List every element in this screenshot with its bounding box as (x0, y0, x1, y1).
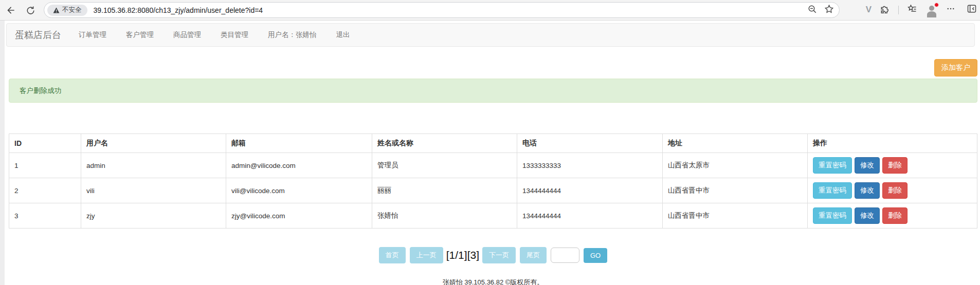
cell-email: vili@vilicode.com (226, 178, 372, 203)
window-edge (0, 21, 5, 285)
cell-username: zjy (81, 203, 226, 229)
nav-item-orders[interactable]: 订单管理 (69, 24, 116, 46)
cell-email: admin@vilicode.com (226, 153, 372, 178)
edit-button[interactable]: 修改 (855, 157, 880, 174)
security-badge-label: 不安全 (62, 6, 82, 14)
browser-toolbar: 不安全 39.105.36.82:8080/ch13_zjy/admin/use… (0, 0, 980, 21)
cell-address: 山西省太原市 (663, 153, 808, 178)
prev-page-button[interactable]: 上一页 (410, 247, 443, 263)
security-badge[interactable]: 不安全 (47, 5, 87, 16)
cell-name: 管理员 (372, 153, 517, 178)
cell-actions: 重置密码修改删除 (808, 178, 977, 203)
customer-table: ID用户名邮箱姓名或名称电话地址操作 1adminadmin@vilicode.… (9, 134, 977, 229)
cell-email: zjy@vilicode.com (226, 203, 372, 229)
cell-name: 张婧怡 (372, 203, 517, 229)
table-row: 3zjyzjy@vilicode.com张婧怡1344444444山西省晋中市重… (9, 203, 977, 229)
next-page-button[interactable]: 下一页 (482, 247, 516, 263)
warning-icon (53, 7, 60, 13)
v-extension-icon[interactable]: V (866, 5, 872, 15)
refresh-button[interactable] (24, 4, 37, 17)
zoom-out-icon[interactable] (808, 5, 817, 16)
pagination: 首页 上一页 [1/1][3] 下一页 尾页 GO (9, 247, 977, 263)
reset-password-button[interactable]: 重置密码 (813, 207, 852, 224)
copyright-footer: 张婧怡 39.105.36.82 ©版权所有。 (9, 278, 977, 285)
settings-menu-icon[interactable] (946, 4, 955, 15)
cell-phone: 1344444444 (517, 178, 663, 203)
cell-address: 山西省晋中市 (663, 178, 808, 203)
cell-username: admin (81, 153, 226, 178)
favorites-hub-icon[interactable] (907, 4, 917, 16)
add-customer-button[interactable]: 添加客户 (934, 59, 977, 77)
delete-button[interactable]: 删除 (882, 157, 908, 174)
back-button[interactable] (4, 4, 17, 17)
column-header: 操作 (808, 134, 977, 153)
success-alert: 客户删除成功 (9, 79, 977, 103)
table-header-row: ID用户名邮箱姓名或名称电话地址操作 (9, 134, 977, 153)
favorite-star-icon[interactable] (824, 4, 834, 16)
cell-id: 1 (9, 153, 81, 178)
nav-item-categories[interactable]: 类目管理 (211, 24, 258, 46)
nav-item-username[interactable]: 用户名：张婧怡 (258, 24, 326, 46)
table-row: 2vilivili@vilicode.com丽丽1344444444山西省晋中市… (9, 178, 977, 203)
reset-password-button[interactable]: 重置密码 (813, 182, 852, 199)
page-number-input[interactable] (551, 248, 579, 263)
nav-item-customers[interactable]: 客户管理 (116, 24, 164, 46)
web-page: 蛋糕店后台 订单管理客户管理商品管理类目管理用户名：张婧怡退出 添加客户 客户删… (0, 21, 980, 285)
nav-item-products[interactable]: 商品管理 (164, 24, 211, 46)
cell-actions: 重置密码修改删除 (808, 153, 977, 178)
cell-phone: 1344444444 (517, 203, 663, 229)
profile-avatar[interactable] (925, 4, 938, 16)
cell-id: 2 (9, 178, 81, 203)
edit-button[interactable]: 修改 (855, 182, 880, 199)
cell-phone: 1333333333 (517, 153, 663, 178)
cell-username: vili (81, 178, 226, 203)
delete-button[interactable]: 删除 (882, 182, 908, 199)
first-page-button[interactable]: 首页 (379, 247, 406, 263)
brand-title: 蛋糕店后台 (7, 29, 69, 41)
edit-button[interactable]: 修改 (855, 207, 880, 224)
extensions-icon[interactable] (880, 4, 890, 16)
address-bar[interactable]: 不安全 39.105.36.82:8080/ch13_zjy/admin/use… (44, 2, 840, 18)
top-navbar: 蛋糕店后台 订单管理客户管理商品管理类目管理用户名：张婧怡退出 (6, 23, 975, 47)
column-header: 用户名 (81, 134, 226, 153)
sidebar-toggle-icon[interactable] (967, 4, 977, 16)
column-header: 邮箱 (226, 134, 372, 153)
reset-password-button[interactable]: 重置密码 (813, 157, 852, 174)
go-button[interactable]: GO (584, 248, 607, 263)
column-header: 电话 (517, 134, 663, 153)
column-header: 姓名或名称 (372, 134, 517, 153)
column-header: 地址 (663, 134, 808, 153)
cell-id: 3 (9, 203, 81, 229)
cell-name: 丽丽 (372, 178, 517, 203)
page-status: [1/1][3] (446, 249, 479, 261)
table-row: 1adminadmin@vilicode.com管理员1333333333山西省… (9, 153, 977, 178)
notification-dot (934, 3, 939, 7)
toolbar-divider (898, 6, 899, 14)
url-text[interactable]: 39.105.36.82:8080/ch13_zjy/admin/user_de… (94, 6, 808, 14)
nav-item-logout[interactable]: 退出 (326, 24, 360, 46)
delete-button[interactable]: 删除 (882, 207, 908, 224)
nav-items: 订单管理客户管理商品管理类目管理用户名：张婧怡退出 (69, 24, 360, 46)
cell-actions: 重置密码修改删除 (808, 203, 977, 229)
column-header: ID (9, 134, 81, 153)
last-page-button[interactable]: 尾页 (520, 247, 547, 263)
cell-address: 山西省晋中市 (663, 203, 808, 229)
